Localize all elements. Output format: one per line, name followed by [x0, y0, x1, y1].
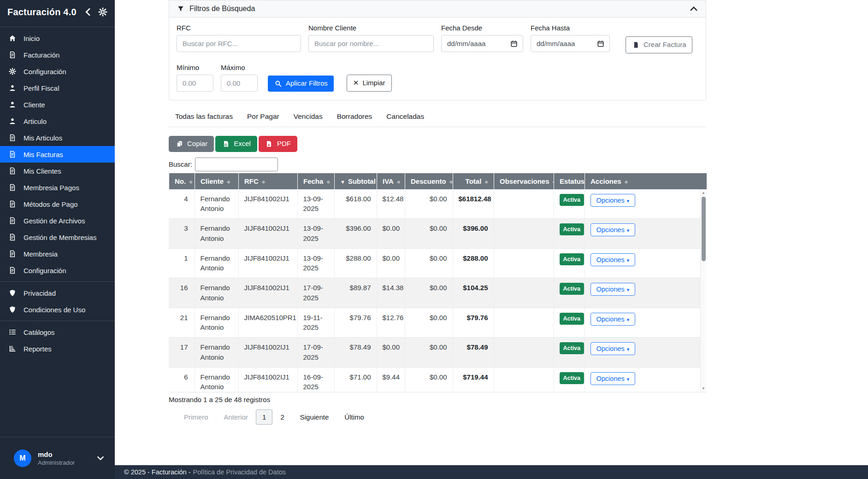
opciones-button[interactable]: Opciones▾ [590, 253, 636, 266]
column-header[interactable]: ▼Fecha◆ [298, 173, 335, 189]
maximo-input[interactable] [221, 75, 258, 92]
page-button[interactable]: Siguiente [292, 410, 337, 424]
gear-icon[interactable] [98, 7, 107, 17]
page-button[interactable]: Anterior [216, 410, 256, 424]
tab[interactable]: Canceladas [386, 112, 424, 121]
column-header[interactable]: ▼Estatus◆ [554, 173, 585, 189]
sidebar-item[interactable]: Cliente [0, 96, 115, 113]
sidebar-item[interactable]: Membresia [0, 245, 115, 262]
column-header[interactable]: ▼Cliente◆ [195, 173, 239, 189]
sidebar-item[interactable]: Mis Facturas [0, 146, 115, 163]
page-button[interactable]: Primero [176, 410, 216, 424]
calendar-icon[interactable] [510, 40, 518, 48]
pagination: Primero Anterior 1 2 Siguiente Último [169, 409, 706, 425]
column-header[interactable]: ▼Descuento◆ [405, 173, 453, 189]
crear-factura-button[interactable]: Crear Factura [626, 36, 692, 53]
fecha-hasta-input[interactable]: dd/mm/aaaa [531, 35, 610, 52]
column-header[interactable]: ▼RFC◆ [239, 173, 298, 189]
export-buttons: Copiar Excel A PDF [169, 136, 706, 152]
filters-title: Filtros de Búsqueda [189, 5, 255, 13]
search-icon [274, 79, 282, 88]
status-badge: Activa [560, 223, 585, 235]
tab[interactable]: Borradores [337, 112, 372, 121]
sidebar-item[interactable]: Catálogos [0, 324, 115, 340]
user-name: mdo [38, 450, 90, 458]
scroll-down-icon[interactable]: ▼ [701, 386, 706, 391]
aplicar-filtros-button[interactable]: Aplicar Filtros [268, 76, 334, 92]
table-header: ▼No.◆ ▼Cliente◆ ▼RFC◆ [169, 173, 707, 189]
caret-down-icon: ▾ [627, 257, 630, 263]
tab[interactable]: Por Pagar [247, 112, 279, 121]
export-button[interactable]: Excel [215, 136, 257, 152]
buscar-input[interactable] [195, 158, 278, 171]
opciones-button[interactable]: Opciones▾ [590, 283, 636, 296]
sidebar-item[interactable]: Mis Clientes [0, 163, 115, 179]
sidebar-item[interactable]: Métodos de Pago [0, 196, 115, 212]
export-button[interactable]: A PDF [259, 136, 297, 152]
column-header[interactable]: ▼No.◆ [169, 173, 195, 189]
sidebar-item[interactable]: Mis Articulos [0, 129, 115, 146]
table-row: 17 Fernando Antonio JIJF841002IJ1 17-09-… [169, 338, 706, 368]
app-root: Facturación 4.0 Inicio Facturación C [0, 0, 868, 479]
sidebar-item-icon [8, 216, 17, 225]
opciones-button[interactable]: Opciones▾ [590, 372, 636, 385]
tab[interactable]: Todas las facturas [175, 112, 233, 121]
chevron-up-icon[interactable] [689, 4, 698, 13]
sidebar-item[interactable]: Configuración [0, 63, 115, 80]
sidebar-item-label: Configuración [24, 68, 66, 76]
scroll-up-icon[interactable]: ▲ [701, 191, 706, 195]
user-panel[interactable]: M mdo Administrador [0, 437, 115, 479]
calendar-icon[interactable] [596, 40, 605, 48]
opciones-button[interactable]: Opciones▾ [590, 313, 636, 326]
sidebar-item-label: Mis Articulos [24, 134, 62, 142]
sidebar-item-label: Gestión de Archivos [24, 217, 85, 225]
nombre-cliente-label: Nombre Cliente [308, 24, 434, 32]
sidebar-item[interactable]: Condiciones de Uso [0, 301, 115, 318]
minimo-label: Mínimo [177, 64, 213, 71]
filters-header[interactable]: Filtros de Búsqueda [169, 0, 706, 18]
page-button[interactable]: 2 [272, 410, 292, 424]
opciones-button[interactable]: Opciones▾ [590, 194, 636, 207]
sidebar-item[interactable]: Configuración [0, 262, 115, 279]
sidebar-item[interactable]: Inicio [0, 30, 115, 47]
export-button[interactable]: Copiar [169, 136, 214, 152]
column-header[interactable]: ▼Acciones◆ [585, 173, 707, 189]
minimo-input[interactable] [177, 75, 213, 92]
sidebar-item[interactable]: Articulo [0, 113, 115, 129]
limpiar-button[interactable]: ✕ Limpiar [347, 75, 392, 92]
column-header[interactable]: ▼Observaciones◆ [494, 173, 554, 189]
column-header[interactable]: ▼Subtotal◆ [335, 173, 377, 189]
table-scrollbar[interactable]: ▲ ▼ [700, 189, 706, 392]
rfc-input[interactable] [177, 35, 301, 52]
tab[interactable]: Vencidas [294, 112, 323, 121]
sidebar-item-label: Perfil Fiscal [24, 84, 59, 92]
sidebar-item[interactable]: Facturación [0, 47, 115, 63]
sidebar-item-label: Articulo [24, 117, 47, 125]
column-header[interactable]: ▼IVA◆ [377, 173, 405, 189]
sidebar-item[interactable]: Reportes [0, 340, 115, 357]
divider [0, 27, 115, 27]
sidebar-item[interactable]: Gestión de Archivos [0, 212, 115, 229]
column-header[interactable]: ▼Total◆ [453, 173, 494, 189]
sidebar-legal: Privacidad Condiciones de Uso [0, 285, 115, 318]
fecha-desde-input[interactable]: dd/mm/aaaa [441, 35, 523, 52]
page-button[interactable]: Último [337, 410, 372, 424]
opciones-button[interactable]: Opciones▾ [590, 223, 636, 236]
sidebar-item[interactable]: Perfil Fiscal [0, 80, 115, 96]
sidebar-item-label: Condiciones de Uso [24, 306, 85, 314]
sidebar-item[interactable]: Gestión de Membresias [0, 229, 115, 245]
status-badge: Activa [560, 194, 585, 206]
collapse-sidebar-icon[interactable] [83, 7, 93, 17]
table-row: 6 Fernando Antonio JIJF841002IJ1 16-09-2… [169, 367, 706, 392]
privacy-link[interactable]: Política de Privacidad de Datos [193, 468, 286, 476]
sort-icon: ◆ [449, 179, 453, 184]
sidebar-item[interactable]: Privacidad [0, 285, 115, 301]
sidebar-item-label: Membresia [24, 250, 58, 258]
sidebar-item-label: Reportes [24, 345, 52, 353]
page-button[interactable]: 1 [256, 409, 272, 425]
sidebar-item[interactable]: Membresia Pagos [0, 179, 115, 196]
scrollbar-thumb[interactable] [702, 197, 706, 261]
nombre-cliente-input[interactable] [308, 35, 434, 52]
opciones-button[interactable]: Opciones▾ [590, 342, 636, 355]
chevron-down-icon[interactable] [96, 454, 105, 462]
